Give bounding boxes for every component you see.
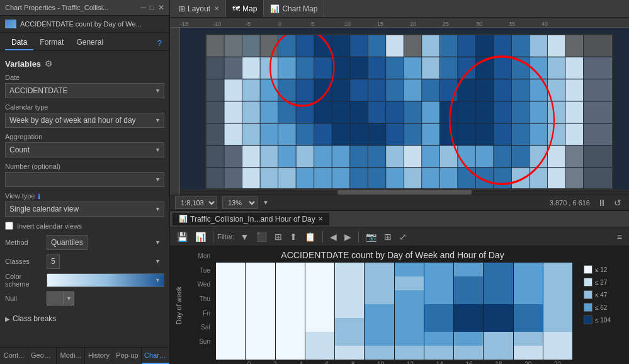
chart-tab-collision[interactable]: 📊 Traffic_Collision_In...and Hour of Day…	[173, 213, 329, 225]
ruler-mark: -10	[213, 21, 221, 27]
x-tick-14: 14	[436, 361, 443, 364]
bottom-tab-modi[interactable]: Modi...	[57, 348, 85, 364]
day-label-wed: Wed	[190, 281, 210, 288]
svg-rect-31	[350, 57, 368, 79]
nav-next[interactable]: ▶	[341, 230, 354, 243]
number-select[interactable]	[5, 172, 164, 187]
invert-checkbox[interactable]	[5, 222, 13, 230]
svg-rect-54	[368, 79, 386, 101]
zoom-extent-btn[interactable]: ⊞	[381, 230, 395, 243]
variables-settings-icon[interactable]: ⚙	[45, 59, 53, 69]
calendar-type-select[interactable]: Week by day of week and hour of day	[5, 113, 164, 128]
heatmap-row-fri	[216, 318, 572, 332]
tab-layout[interactable]: ⊞ Layout ✕	[173, 0, 226, 17]
legend-item-4: ≤ 104	[584, 316, 624, 324]
aggregation-select[interactable]: Count	[5, 142, 164, 157]
svg-rect-76	[368, 101, 386, 123]
legend-label-2: ≤ 47	[595, 292, 607, 299]
null-dropdown-arrow[interactable]: ▼	[64, 292, 74, 305]
tab-chart-map[interactable]: 📊 Chart Map	[264, 0, 324, 17]
svg-rect-83	[494, 101, 511, 123]
classes-row: Classes 5	[5, 254, 164, 269]
method-select-wrapper: Quantiles	[47, 235, 164, 250]
map-hscrollbar-thumb[interactable]	[337, 190, 472, 195]
cell	[484, 290, 513, 304]
svg-rect-136	[261, 168, 278, 188]
tab-format[interactable]: Format	[33, 35, 70, 50]
color-scheme-preview[interactable]	[47, 273, 164, 287]
chart-tab-close[interactable]: ✕	[318, 215, 323, 222]
chart-yaxis-label-container: Day of week	[170, 246, 188, 364]
scale-select[interactable]: 1:8,103	[175, 196, 217, 209]
close-icon[interactable]: ✕	[158, 3, 164, 12]
zoom-select[interactable]: 13%	[222, 196, 258, 209]
method-select[interactable]: Quantiles	[47, 235, 88, 250]
tab-map[interactable]: 🗺 Map	[226, 0, 264, 17]
chart-main-area: ACCIDENTDATE count by Day of Week and Ho…	[213, 246, 579, 364]
bottom-tab-chart[interactable]: Chart...	[142, 348, 169, 364]
cell	[246, 332, 275, 346]
heatmap-cells-sun	[216, 346, 572, 360]
bottom-tab-history[interactable]: History	[85, 348, 113, 364]
svg-rect-78	[404, 101, 422, 123]
cell	[543, 290, 572, 304]
heatmap-row-tue	[216, 276, 572, 290]
view-type-select[interactable]: Single calendar view	[5, 202, 164, 217]
svg-rect-86	[548, 101, 565, 123]
subtitle-icon	[5, 20, 16, 28]
map-viewport[interactable]	[180, 28, 629, 195]
date-select[interactable]: ACCIDENTDATE	[5, 83, 164, 98]
heatmap-cells-wed	[216, 290, 572, 304]
heatmap-row-sun	[216, 346, 572, 360]
filter-btn[interactable]: ▼	[237, 230, 252, 243]
chart-toolbar: 💾 📊 Filter: ▼ ⬛ ⊞ ⬆ 📋 ◀ ▶ 📷 ⊞ ⤢ ≡	[170, 227, 629, 246]
svg-rect-70	[261, 101, 278, 123]
cell	[305, 290, 334, 304]
bottom-tab-geop[interactable]: Geop...	[28, 348, 57, 364]
invert-label: Invert calendar views	[17, 222, 82, 230]
null-color-box[interactable]	[47, 292, 64, 305]
cell	[216, 263, 245, 276]
export-btn[interactable]: ⬆	[286, 230, 300, 243]
heatmap-row-sat	[216, 332, 572, 346]
tab-data[interactable]: Data	[5, 35, 33, 50]
bottom-tab-popup[interactable]: Pop-up	[113, 348, 142, 364]
subtitle-text: ACCIDENTDATE count by Day of We...	[20, 20, 142, 28]
copy-btn[interactable]: 📋	[302, 230, 319, 243]
cell	[514, 332, 543, 346]
layout-tab-close[interactable]: ✕	[214, 5, 219, 12]
bottom-tab-cont[interactable]: Cont...	[0, 348, 28, 364]
chart-body: Day of week Mon Tue Wed Thu Fri Sat Sun …	[170, 246, 629, 364]
map-heatmap-svg	[207, 35, 612, 188]
chart-tool-type[interactable]: 📊	[192, 230, 209, 243]
select-btn[interactable]: ⬛	[253, 230, 270, 243]
minimize-icon[interactable]: □	[150, 3, 154, 12]
svg-rect-107	[530, 123, 547, 145]
classes-select[interactable]: 5	[47, 254, 60, 269]
cell	[514, 276, 543, 290]
map-hscrollbar[interactable]	[180, 190, 629, 195]
svg-rect-144	[404, 168, 422, 188]
tab-general[interactable]: General	[70, 35, 110, 50]
svg-rect-89	[207, 123, 224, 145]
svg-rect-21	[565, 35, 583, 57]
svg-rect-112	[225, 146, 242, 168]
table-btn[interactable]: ⊞	[271, 230, 285, 243]
view-type-info-icon[interactable]: ℹ	[38, 193, 40, 201]
svg-rect-46	[225, 79, 242, 101]
class-breaks-toggle[interactable]: ▶ Class breaks	[5, 312, 164, 326]
legend-item-0: ≤ 12	[584, 265, 624, 274]
zoom-full-btn[interactable]: ⤢	[396, 230, 410, 243]
pin-icon[interactable]: ─	[140, 3, 146, 12]
pause-btn[interactable]: ⏸	[595, 196, 609, 209]
nav-prev[interactable]: ◀	[327, 230, 340, 243]
panel-title-icons: ─ □ ✕	[140, 3, 164, 12]
svg-rect-56	[404, 79, 422, 101]
help-icon[interactable]: ?	[155, 36, 164, 50]
camera-btn[interactable]: 📷	[363, 230, 380, 243]
zoom-dropdown-icon[interactable]: ▼	[263, 199, 269, 206]
chart-tool-save[interactable]: 💾	[174, 230, 191, 243]
svg-rect-33	[386, 57, 404, 79]
list-btn[interactable]: ≡	[614, 230, 625, 243]
refresh-btn[interactable]: ↺	[611, 196, 624, 209]
